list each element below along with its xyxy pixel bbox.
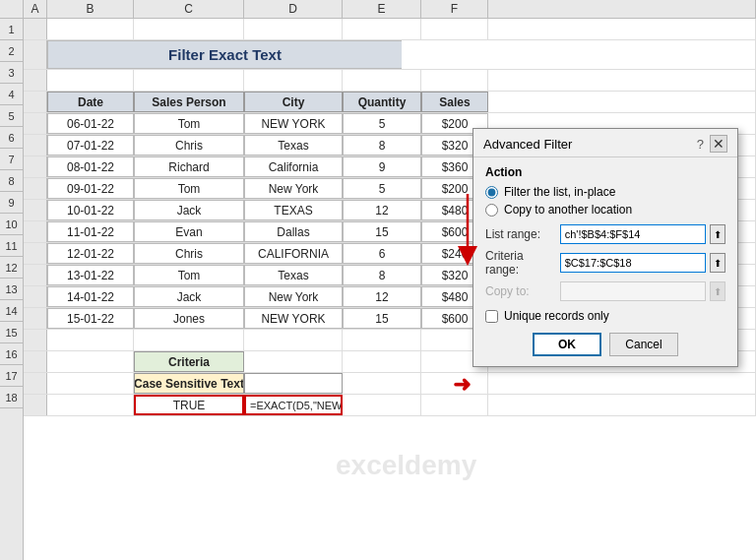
cell-f18[interactable] [421,395,488,415]
unique-records-row[interactable]: Unique records only [485,309,725,323]
criteria-value[interactable]: TRUE [134,395,244,415]
cell-e16[interactable] [343,351,421,372]
cell-d7[interactable]: California [244,156,343,177]
cell-c5[interactable]: Tom [134,113,244,134]
cell-rest18[interactable] [488,395,756,415]
radio-filter-inplace[interactable] [485,186,498,199]
cell-b18[interactable] [47,395,134,415]
cell-e5[interactable]: 5 [343,113,421,134]
criteria-formula[interactable]: =EXACT(D5,"NEW YORK") [244,395,343,415]
cell-b15[interactable] [47,330,134,350]
cell-b4[interactable]: Date [47,92,134,112]
cell-c12[interactable]: Tom [134,265,244,285]
cell-b9[interactable]: 10-01-22 [47,200,134,220]
cell-c8[interactable]: Tom [134,178,244,199]
cell-b14[interactable]: 15-01-22 [47,308,134,329]
cell-e10[interactable]: 15 [343,221,421,242]
cell-e6[interactable]: 8 [343,135,421,156]
cell-c10[interactable]: Evan [134,221,244,242]
radio-row-2[interactable]: Copy to another location [485,203,725,217]
cell-d8[interactable]: New York [244,178,343,199]
cell-a17[interactable] [24,373,47,394]
cell-e14[interactable]: 15 [343,308,421,329]
cell-e15[interactable] [343,330,421,350]
cell-rest1[interactable] [488,19,756,39]
cell-a18[interactable] [24,395,47,415]
radio-row-1[interactable]: Filter the list, in-place [485,185,725,199]
cell-a13[interactable] [24,286,47,307]
cell-b11[interactable]: 12-01-22 [47,243,134,264]
criteria-label[interactable]: Case Sensitive Text [134,373,244,394]
list-range-input[interactable] [560,224,706,244]
cell-b12[interactable]: 13-01-22 [47,265,134,285]
cell-a5[interactable] [24,113,47,134]
criteria-formula-label[interactable] [244,373,343,394]
cell-d6[interactable]: Texas [244,135,343,156]
cell-rest4[interactable] [488,92,756,112]
cell-f3[interactable] [421,70,488,91]
cell-b3[interactable] [47,70,134,91]
cell-e13[interactable]: 12 [343,286,421,307]
cell-a3[interactable] [24,70,47,91]
criteria-header[interactable]: Criteria [134,351,244,372]
cell-b5[interactable]: 06-01-22 [47,113,134,134]
cell-d14[interactable]: NEW YORK [244,308,343,329]
cell-c13[interactable]: Jack [134,286,244,307]
cell-rest3[interactable] [488,70,756,91]
cell-a1[interactable] [24,19,47,39]
cell-b13[interactable]: 14-01-22 [47,286,134,307]
cell-b16[interactable] [47,351,134,372]
cell-d13[interactable]: New York [244,286,343,307]
cell-e11[interactable]: 6 [343,243,421,264]
unique-records-checkbox[interactable] [485,310,498,323]
cell-c1[interactable] [134,19,244,39]
cell-b10[interactable]: 11-01-22 [47,221,134,242]
cell-a16[interactable] [24,351,47,372]
cell-c3[interactable] [134,70,244,91]
cell-e3[interactable] [343,70,421,91]
copy-to-input[interactable] [560,281,706,301]
cell-b8[interactable]: 09-01-22 [47,178,134,199]
criteria-range-btn[interactable]: ⬆ [710,253,725,273]
cell-c11[interactable]: Chris [134,243,244,264]
cell-a14[interactable] [24,308,47,329]
cell-a15[interactable] [24,330,47,350]
dialog-help-button[interactable]: ? [697,137,704,152]
cell-d4[interactable]: City [244,92,343,112]
cell-a8[interactable] [24,178,47,199]
cancel-button[interactable]: Cancel [609,333,678,356]
cell-b7[interactable]: 08-01-22 [47,156,134,177]
cell-c6[interactable]: Chris [134,135,244,156]
list-range-btn[interactable]: ⬆ [710,224,725,244]
cell-a12[interactable] [24,265,47,285]
cell-d11[interactable]: CALIFORNIA [244,243,343,264]
cell-e8[interactable]: 5 [343,178,421,199]
cell-a9[interactable] [24,200,47,220]
cell-a11[interactable] [24,243,47,264]
dialog-close-button[interactable]: ✕ [710,135,727,153]
cell-e7[interactable]: 9 [343,156,421,177]
cell-d12[interactable]: Texas [244,265,343,285]
cell-e18[interactable] [343,395,421,415]
cell-a4[interactable] [24,92,47,112]
cell-a2[interactable] [24,40,47,69]
cell-c15[interactable] [134,330,244,350]
cell-c14[interactable]: Jones [134,308,244,329]
criteria-range-input[interactable] [560,253,706,273]
cell-e4[interactable]: Quantity [343,92,421,112]
radio-copy-location[interactable] [485,204,498,217]
cell-rest2[interactable] [402,40,756,69]
cell-d16[interactable] [244,351,343,372]
cell-d1[interactable] [244,19,343,39]
cell-b17[interactable] [47,373,134,394]
cell-e17[interactable] [343,373,421,394]
cell-e12[interactable]: 8 [343,265,421,285]
cell-d9[interactable]: TEXAS [244,200,343,220]
cell-a7[interactable] [24,156,47,177]
cell-e1[interactable] [343,19,421,39]
cell-d5[interactable]: NEW YORK [244,113,343,134]
cell-f1[interactable] [421,19,488,39]
cell-d10[interactable]: Dallas [244,221,343,242]
cell-c7[interactable]: Richard [134,156,244,177]
cell-b1[interactable] [47,19,134,39]
